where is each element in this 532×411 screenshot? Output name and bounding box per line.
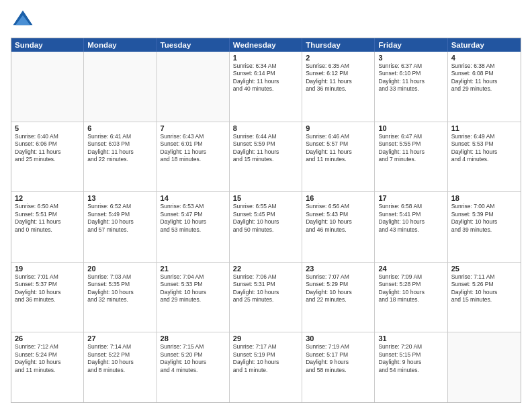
day-info: Sunrise: 7:12 AM Sunset: 5:24 PM Dayligh…: [15, 343, 80, 374]
header: [11, 8, 521, 32]
day-number: 23: [306, 265, 371, 273]
day-number: 25: [451, 265, 517, 273]
day-number: 2: [306, 54, 371, 62]
day-cell: [448, 332, 521, 402]
day-cell: 24Sunrise: 7:09 AM Sunset: 5:28 PM Dayli…: [375, 263, 447, 332]
day-header-wednesday: Wednesday: [230, 38, 302, 52]
day-number: 17: [378, 194, 443, 202]
day-number: 26: [15, 334, 80, 342]
day-number: 14: [161, 194, 226, 202]
day-info: Sunrise: 7:19 AM Sunset: 5:17 PM Dayligh…: [306, 343, 371, 374]
day-number: 10: [378, 124, 443, 132]
day-number: 29: [233, 334, 298, 342]
day-cell: 7Sunrise: 6:43 AM Sunset: 6:01 PM Daylig…: [157, 122, 230, 192]
day-cell: 29Sunrise: 7:17 AM Sunset: 5:19 PM Dayli…: [230, 332, 302, 402]
day-info: Sunrise: 7:06 AM Sunset: 5:31 PM Dayligh…: [233, 273, 298, 304]
day-header-sunday: Sunday: [11, 38, 84, 52]
day-info: Sunrise: 6:46 AM Sunset: 5:57 PM Dayligh…: [306, 133, 371, 164]
day-cell: 28Sunrise: 7:15 AM Sunset: 5:20 PM Dayli…: [157, 332, 230, 402]
day-info: Sunrise: 7:04 AM Sunset: 5:33 PM Dayligh…: [161, 273, 226, 304]
day-info: Sunrise: 6:34 AM Sunset: 6:14 PM Dayligh…: [233, 62, 298, 93]
day-info: Sunrise: 7:17 AM Sunset: 5:19 PM Dayligh…: [233, 343, 298, 374]
day-cell: [157, 52, 230, 122]
day-cell: 3Sunrise: 6:37 AM Sunset: 6:10 PM Daylig…: [375, 52, 447, 122]
day-info: Sunrise: 6:41 AM Sunset: 6:03 PM Dayligh…: [87, 133, 152, 164]
day-number: 4: [451, 54, 517, 62]
day-cell: 25Sunrise: 7:11 AM Sunset: 5:26 PM Dayli…: [448, 263, 521, 332]
week-row: 12Sunrise: 6:50 AM Sunset: 5:51 PM Dayli…: [11, 191, 521, 262]
logo: [11, 8, 39, 32]
day-cell: 18Sunrise: 7:00 AM Sunset: 5:39 PM Dayli…: [448, 192, 521, 262]
day-number: 18: [451, 194, 517, 202]
day-cell: 22Sunrise: 7:06 AM Sunset: 5:31 PM Dayli…: [230, 263, 302, 332]
day-cell: 26Sunrise: 7:12 AM Sunset: 5:24 PM Dayli…: [11, 332, 84, 402]
day-cell: [11, 52, 84, 122]
day-info: Sunrise: 6:44 AM Sunset: 5:59 PM Dayligh…: [233, 133, 298, 164]
day-info: Sunrise: 7:00 AM Sunset: 5:39 PM Dayligh…: [451, 203, 517, 234]
day-cell: 4Sunrise: 6:38 AM Sunset: 6:08 PM Daylig…: [448, 52, 521, 122]
day-number: 12: [15, 194, 80, 202]
day-cell: 6Sunrise: 6:41 AM Sunset: 6:03 PM Daylig…: [84, 122, 157, 192]
day-cell: 11Sunrise: 6:49 AM Sunset: 5:53 PM Dayli…: [448, 122, 521, 192]
day-cell: [84, 52, 157, 122]
day-cell: 27Sunrise: 7:14 AM Sunset: 5:22 PM Dayli…: [84, 332, 157, 402]
day-cell: 1Sunrise: 6:34 AM Sunset: 6:14 PM Daylig…: [230, 52, 302, 122]
day-info: Sunrise: 6:56 AM Sunset: 5:43 PM Dayligh…: [306, 203, 371, 234]
day-info: Sunrise: 7:09 AM Sunset: 5:28 PM Dayligh…: [378, 273, 443, 304]
day-number: 7: [161, 124, 226, 132]
day-info: Sunrise: 6:50 AM Sunset: 5:51 PM Dayligh…: [15, 203, 80, 234]
day-cell: 16Sunrise: 6:56 AM Sunset: 5:43 PM Dayli…: [302, 192, 375, 262]
day-cell: 31Sunrise: 7:20 AM Sunset: 5:15 PM Dayli…: [375, 332, 447, 402]
day-headers: SundayMondayTuesdayWednesdayThursdayFrid…: [11, 38, 521, 52]
week-row: 1Sunrise: 6:34 AM Sunset: 6:14 PM Daylig…: [11, 52, 521, 122]
day-info: Sunrise: 7:07 AM Sunset: 5:29 PM Dayligh…: [306, 273, 371, 304]
day-number: 27: [87, 334, 152, 342]
day-header-tuesday: Tuesday: [157, 38, 230, 52]
day-info: Sunrise: 6:53 AM Sunset: 5:47 PM Dayligh…: [161, 203, 226, 234]
day-info: Sunrise: 7:15 AM Sunset: 5:20 PM Dayligh…: [161, 343, 226, 374]
day-header-thursday: Thursday: [302, 38, 375, 52]
day-cell: 15Sunrise: 6:55 AM Sunset: 5:45 PM Dayli…: [230, 192, 302, 262]
day-number: 1: [233, 54, 298, 62]
day-number: 5: [15, 124, 80, 132]
day-cell: 19Sunrise: 7:01 AM Sunset: 5:37 PM Dayli…: [11, 263, 84, 332]
day-info: Sunrise: 6:52 AM Sunset: 5:49 PM Dayligh…: [87, 203, 152, 234]
day-cell: 30Sunrise: 7:19 AM Sunset: 5:17 PM Dayli…: [302, 332, 375, 402]
day-cell: 2Sunrise: 6:35 AM Sunset: 6:12 PM Daylig…: [302, 52, 375, 122]
day-info: Sunrise: 7:11 AM Sunset: 5:26 PM Dayligh…: [451, 273, 517, 304]
day-cell: 10Sunrise: 6:47 AM Sunset: 5:55 PM Dayli…: [375, 122, 447, 192]
day-number: 16: [306, 194, 371, 202]
day-cell: 21Sunrise: 7:04 AM Sunset: 5:33 PM Dayli…: [157, 263, 230, 332]
logo-icon: [11, 8, 35, 32]
day-info: Sunrise: 7:01 AM Sunset: 5:37 PM Dayligh…: [15, 273, 80, 304]
day-number: 31: [378, 334, 443, 342]
day-info: Sunrise: 7:20 AM Sunset: 5:15 PM Dayligh…: [378, 343, 443, 374]
day-info: Sunrise: 6:43 AM Sunset: 6:01 PM Dayligh…: [161, 133, 226, 164]
day-header-friday: Friday: [375, 38, 447, 52]
day-number: 30: [306, 334, 371, 342]
day-number: 19: [15, 265, 80, 273]
day-number: 28: [161, 334, 226, 342]
day-info: Sunrise: 6:49 AM Sunset: 5:53 PM Dayligh…: [451, 133, 517, 164]
day-info: Sunrise: 6:37 AM Sunset: 6:10 PM Dayligh…: [378, 62, 443, 93]
day-number: 15: [233, 194, 298, 202]
day-info: Sunrise: 7:14 AM Sunset: 5:22 PM Dayligh…: [87, 343, 152, 374]
day-cell: 23Sunrise: 7:07 AM Sunset: 5:29 PM Dayli…: [302, 263, 375, 332]
day-number: 6: [87, 124, 152, 132]
week-row: 26Sunrise: 7:12 AM Sunset: 5:24 PM Dayli…: [11, 332, 521, 402]
day-cell: 17Sunrise: 6:58 AM Sunset: 5:41 PM Dayli…: [375, 192, 447, 262]
day-info: Sunrise: 6:58 AM Sunset: 5:41 PM Dayligh…: [378, 203, 443, 234]
day-cell: 5Sunrise: 6:40 AM Sunset: 6:06 PM Daylig…: [11, 122, 84, 192]
day-info: Sunrise: 6:40 AM Sunset: 6:06 PM Dayligh…: [15, 133, 80, 164]
day-header-saturday: Saturday: [448, 38, 521, 52]
day-number: 8: [233, 124, 298, 132]
week-row: 19Sunrise: 7:01 AM Sunset: 5:37 PM Dayli…: [11, 262, 521, 332]
calendar: SundayMondayTuesdayWednesdayThursdayFrid…: [11, 38, 521, 403]
day-number: 20: [87, 265, 152, 273]
day-number: 21: [161, 265, 226, 273]
day-info: Sunrise: 6:55 AM Sunset: 5:45 PM Dayligh…: [233, 203, 298, 234]
day-number: 22: [233, 265, 298, 273]
day-cell: 13Sunrise: 6:52 AM Sunset: 5:49 PM Dayli…: [84, 192, 157, 262]
week-row: 5Sunrise: 6:40 AM Sunset: 6:06 PM Daylig…: [11, 122, 521, 192]
day-cell: 8Sunrise: 6:44 AM Sunset: 5:59 PM Daylig…: [230, 122, 302, 192]
